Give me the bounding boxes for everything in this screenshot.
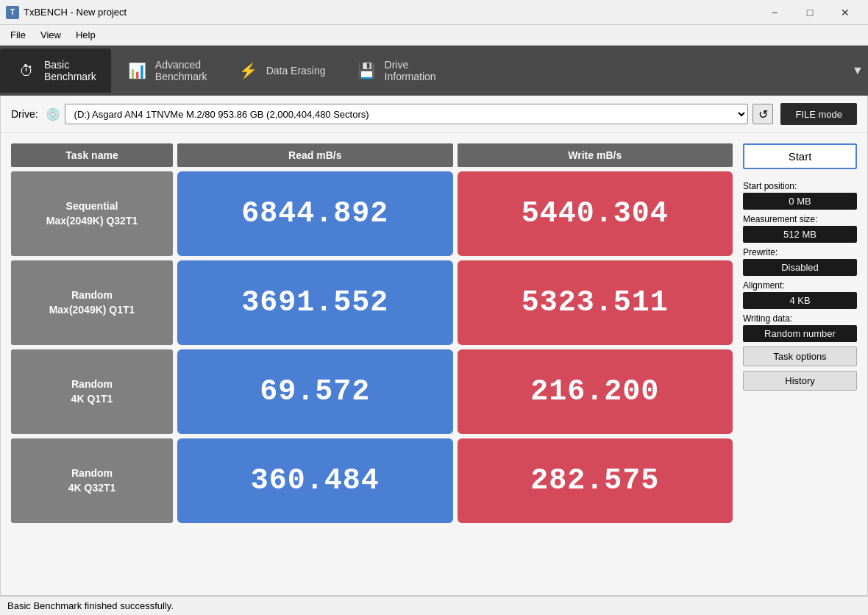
data-erasing-icon: ⚡ (237, 59, 260, 82)
write-cell-3: 282.575 (458, 438, 733, 523)
toolbar-basic-benchmark[interactable]: ⏱ Basic Benchmark (0, 49, 111, 93)
toolbar-dropdown[interactable]: ▼ (847, 49, 868, 93)
bench-table: Task name Read mB/s Write mB/s Sequentia… (11, 143, 733, 585)
menu-bar: File View Help (0, 25, 868, 46)
menu-file[interactable]: File (3, 27, 33, 43)
main-content: Drive: 💿 (D:) Asgard AN4 1TNVMe M.2/80 9… (0, 96, 868, 596)
basic-benchmark-label-line2: Benchmark (44, 71, 96, 82)
task-cell-3: Random 4K Q32T1 (11, 438, 173, 523)
writing-data-label: Writing data: (743, 313, 857, 324)
task-label-1: Random Max(2049K) Q1T1 (49, 288, 135, 317)
header-write: Write mB/s (458, 143, 733, 167)
task-cell-1: Random Max(2049K) Q1T1 (11, 260, 173, 345)
bench-row-0: Sequential Max(2049K) Q32T1 6844.892 544… (11, 171, 733, 256)
prewrite-label: Prewrite: (743, 247, 857, 257)
writing-data-value: Random number (743, 325, 857, 342)
task-cell-0: Sequential Max(2049K) Q32T1 (11, 171, 173, 256)
alignment-value: 4 KB (743, 292, 857, 309)
title-bar: T TxBENCH - New project − □ ✕ (0, 0, 868, 25)
task-label-0: Sequential Max(2049K) Q32T1 (46, 199, 138, 228)
start-position-value: 0 MB (743, 193, 857, 210)
window-title: TxBENCH - New project (24, 7, 127, 18)
drive-bar: Drive: 💿 (D:) Asgard AN4 1TNVMe M.2/80 9… (1, 96, 867, 133)
bench-row-3: Random 4K Q32T1 360.484 282.575 (11, 438, 733, 523)
toolbar-advanced-benchmark[interactable]: 📊 Advanced Benchmark (111, 49, 222, 93)
data-erasing-label: Data Erasing (266, 65, 326, 77)
header-task: Task name (11, 143, 173, 167)
drive-information-icon: 💾 (355, 59, 379, 82)
write-cell-2: 216.200 (458, 349, 733, 434)
refresh-icon: ↺ (758, 107, 768, 121)
drive-information-label-line2: Information (385, 71, 436, 82)
drive-select-wrapper: 💿 (D:) Asgard AN4 1TNVMe M.2/80 953.86 G… (46, 104, 774, 124)
title-bar-controls: − □ ✕ (758, 3, 862, 22)
task-cell-2: Random 4K Q1T1 (11, 349, 173, 434)
measurement-size-label: Measurement size: (743, 214, 857, 224)
maximize-button[interactable]: □ (793, 3, 827, 22)
write-cell-0: 5440.304 (458, 171, 733, 256)
toolbar: ⏱ Basic Benchmark 📊 Advanced Benchmark ⚡… (0, 46, 868, 96)
toolbar-data-erasing[interactable]: ⚡ Data Erasing (222, 49, 341, 93)
start-position-label: Start position: (743, 181, 857, 191)
header-read: Read mB/s (177, 143, 453, 167)
close-button[interactable]: ✕ (828, 3, 862, 22)
read-cell-2: 69.572 (177, 349, 453, 434)
right-panel: Start Start position: 0 MB Measurement s… (743, 143, 857, 585)
task-options-button[interactable]: Task options (743, 346, 857, 366)
start-button[interactable]: Start (743, 143, 857, 169)
dropdown-icon: ▼ (852, 64, 864, 77)
toolbar-drive-information[interactable]: 💾 Drive Information (341, 49, 451, 93)
prewrite-value: Disabled (743, 259, 857, 276)
bench-row-1: Random Max(2049K) Q1T1 3691.552 5323.511 (11, 260, 733, 345)
alignment-label: Alignment: (743, 280, 857, 291)
minimize-button[interactable]: − (758, 3, 791, 22)
menu-help[interactable]: Help (68, 27, 103, 43)
read-cell-0: 6844.892 (177, 171, 453, 256)
benchmark-area: Task name Read mB/s Write mB/s Sequentia… (1, 133, 867, 595)
measurement-size-value: 512 MB (743, 226, 857, 243)
menu-view[interactable]: View (33, 27, 68, 43)
read-cell-3: 360.484 (177, 438, 453, 523)
status-bar: Basic Benchmark finished successfully. (0, 596, 868, 615)
basic-benchmark-label-line1: Basic (44, 59, 96, 71)
task-label-3: Random 4K Q32T1 (68, 466, 116, 495)
bench-header-row: Task name Read mB/s Write mB/s (11, 143, 733, 167)
bench-row-2: Random 4K Q1T1 69.572 216.200 (11, 349, 733, 434)
file-mode-button[interactable]: FILE mode (780, 103, 857, 125)
drive-information-label-line1: Drive (385, 59, 436, 71)
advanced-benchmark-label-line1: Advanced (155, 59, 207, 71)
drive-select[interactable]: (D:) Asgard AN4 1TNVMe M.2/80 953.86 GB … (65, 104, 749, 124)
app-icon: T (6, 6, 19, 19)
advanced-benchmark-label-line2: Benchmark (155, 71, 207, 82)
task-label-2: Random 4K Q1T1 (71, 377, 113, 406)
write-cell-1: 5323.511 (458, 260, 733, 345)
status-message: Basic Benchmark finished successfully. (7, 600, 174, 611)
drive-icon: 💿 (46, 107, 60, 121)
drive-label: Drive: (11, 108, 38, 120)
advanced-benchmark-icon: 📊 (126, 59, 149, 82)
read-cell-1: 3691.552 (177, 260, 453, 345)
title-bar-left: T TxBENCH - New project (6, 6, 127, 19)
basic-benchmark-icon: ⏱ (15, 59, 38, 82)
history-button[interactable]: History (743, 371, 857, 391)
drive-refresh-button[interactable]: ↺ (753, 104, 773, 124)
